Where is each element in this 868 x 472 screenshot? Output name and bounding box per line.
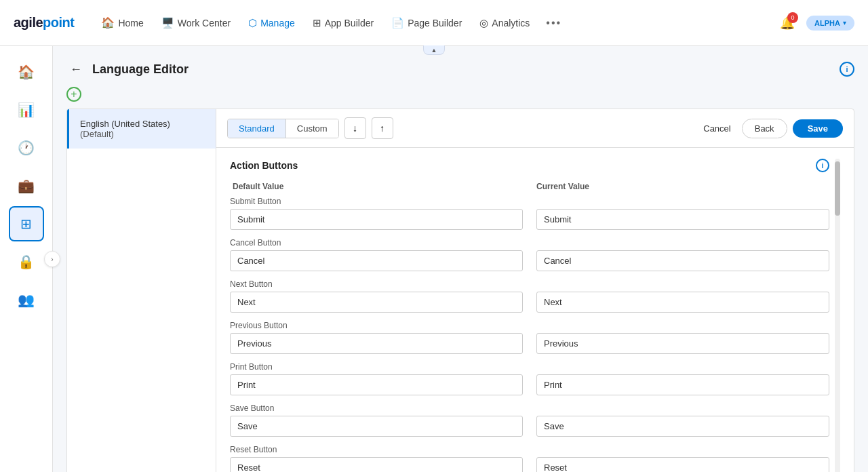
back-arrow-icon: ← bbox=[70, 62, 82, 77]
form-content: Action Buttons i Default Value Current V… bbox=[216, 148, 854, 472]
row-label: Previous Button bbox=[230, 321, 829, 330]
home-icon: 🏠 bbox=[101, 16, 115, 29]
user-label: ALPHA bbox=[814, 19, 840, 27]
language-item[interactable]: English (United States) (Default) bbox=[67, 109, 216, 149]
back-button[interactable]: ← bbox=[66, 60, 85, 79]
user-button[interactable]: ALPHA ▾ bbox=[806, 16, 854, 31]
input-default-1[interactable] bbox=[230, 250, 523, 271]
input-default-3[interactable] bbox=[230, 333, 523, 354]
content-area: ← Language Editor i + English (United St… bbox=[53, 46, 868, 472]
input-current-6[interactable] bbox=[536, 457, 829, 472]
form-row: Cancel Button bbox=[230, 238, 829, 271]
home-sidebar-icon: 🏠 bbox=[18, 64, 35, 80]
nav-pagebuilder-label: Page Builder bbox=[408, 18, 462, 28]
sidebar-item-work[interactable]: 💼 bbox=[9, 168, 44, 203]
input-default-2[interactable] bbox=[230, 292, 523, 313]
input-current-0[interactable] bbox=[536, 209, 829, 230]
row-inputs bbox=[230, 250, 829, 271]
logo[interactable]: agilepoint bbox=[14, 15, 74, 31]
page-header-left: ← Language Editor bbox=[66, 60, 189, 79]
form-row: Previous Button bbox=[230, 321, 829, 354]
left-sidebar: 🏠 📊 🕐 💼 ⊞ 🔒 👥 › bbox=[0, 46, 53, 472]
sidebar-item-apps[interactable]: ⊞ bbox=[9, 206, 44, 241]
sidebar-item-analytics[interactable]: 📊 bbox=[9, 92, 44, 127]
input-default-4[interactable] bbox=[230, 374, 523, 395]
more-icon: ••• bbox=[546, 17, 561, 28]
nav-item-workcenter[interactable]: 🖥️ Work Center bbox=[153, 12, 239, 35]
form-rows: Submit ButtonCancel ButtonNext ButtonPre… bbox=[230, 197, 829, 472]
row-inputs bbox=[230, 209, 829, 230]
save-button[interactable]: Save bbox=[793, 119, 843, 138]
row-inputs bbox=[230, 292, 829, 313]
nav-item-appbuilder[interactable]: ⊞ App Builder bbox=[304, 12, 382, 35]
standard-button[interactable]: Standard bbox=[228, 119, 286, 138]
nav-item-home[interactable]: 🏠 Home bbox=[93, 11, 151, 35]
nav-right: 🔔 0 ALPHA ▾ bbox=[775, 11, 854, 35]
collapse-nav-button[interactable]: ▲ bbox=[423, 45, 445, 55]
sidebar-item-users[interactable]: 👥 bbox=[9, 282, 44, 317]
row-inputs bbox=[230, 333, 829, 354]
form-row: Submit Button bbox=[230, 197, 829, 230]
page-header: ← Language Editor i bbox=[66, 60, 854, 79]
language-default-badge: (Default) bbox=[80, 129, 114, 139]
workcenter-icon: 🖥️ bbox=[161, 17, 174, 29]
add-language-button[interactable]: + bbox=[66, 87, 81, 102]
input-default-0[interactable] bbox=[230, 209, 523, 230]
page-title: Language Editor bbox=[92, 62, 189, 77]
nav-item-manage[interactable]: ⬡ Manage bbox=[240, 12, 303, 35]
form-row: Next Button bbox=[230, 279, 829, 313]
row-inputs bbox=[230, 374, 829, 395]
input-current-4[interactable] bbox=[536, 374, 829, 395]
nav-more-button[interactable]: ••• bbox=[539, 12, 568, 35]
upload-button[interactable]: ↑ bbox=[372, 117, 393, 139]
form-row: Print Button bbox=[230, 362, 829, 395]
nav-manage-label: Manage bbox=[260, 18, 295, 28]
nav-item-analytics[interactable]: ◎ Analytics bbox=[471, 12, 538, 35]
input-current-1[interactable] bbox=[536, 250, 829, 271]
cancel-link[interactable]: Cancel bbox=[698, 121, 736, 136]
briefcase-sidebar-icon: 💼 bbox=[18, 178, 35, 194]
sidebar-item-history[interactable]: 🕐 bbox=[9, 130, 44, 165]
analytics-icon: ◎ bbox=[479, 17, 488, 29]
notification-button[interactable]: 🔔 0 bbox=[775, 11, 800, 35]
scrollbar-thumb[interactable] bbox=[835, 161, 840, 216]
input-default-6[interactable] bbox=[230, 457, 523, 472]
download-button[interactable]: ↓ bbox=[344, 117, 366, 139]
scrollbar-track[interactable] bbox=[835, 159, 840, 472]
custom-button[interactable]: Custom bbox=[286, 119, 338, 138]
info-button[interactable]: i bbox=[840, 62, 854, 77]
form-toolbar: Standard Custom ↓ ↑ Cancel bbox=[216, 109, 854, 148]
user-chevron-icon: ▾ bbox=[843, 19, 846, 26]
form-row: Save Button bbox=[230, 404, 829, 437]
download-icon: ↓ bbox=[353, 123, 357, 134]
apps-sidebar-icon: ⊞ bbox=[20, 216, 32, 232]
logo-text: agilepoint bbox=[14, 15, 74, 31]
plus-icon: + bbox=[71, 88, 77, 100]
nav-appbuilder-label: App Builder bbox=[325, 18, 374, 28]
form-main: Action Buttons i Default Value Current V… bbox=[230, 159, 829, 472]
input-current-2[interactable] bbox=[536, 292, 829, 313]
upload-icon: ↑ bbox=[380, 123, 384, 134]
main-panel: English (United States) (Default) Standa… bbox=[66, 109, 854, 472]
input-current-5[interactable] bbox=[536, 416, 829, 437]
view-toggle: Standard Custom bbox=[227, 119, 339, 138]
sidebar-item-security[interactable]: 🔒 bbox=[9, 244, 44, 279]
chevron-up-icon: ▲ bbox=[431, 47, 437, 54]
row-label: Reset Button bbox=[230, 445, 829, 454]
row-label: Submit Button bbox=[230, 197, 829, 206]
top-nav: agilepoint 🏠 Home 🖥️ Work Center ⬡ Manag… bbox=[0, 0, 868, 46]
col-header-default: Default Value bbox=[233, 182, 523, 191]
column-headers: Default Value Current Value bbox=[230, 182, 829, 191]
sidebar-item-home[interactable]: 🏠 bbox=[9, 54, 44, 90]
section-info-button[interactable]: i bbox=[816, 159, 829, 172]
nav-home-label: Home bbox=[118, 18, 143, 28]
input-current-3[interactable] bbox=[536, 333, 829, 354]
nav-item-pagebuilder[interactable]: 📄 Page Builder bbox=[383, 12, 470, 35]
sidebar-expand-button[interactable]: › bbox=[44, 251, 60, 267]
back-outline-button[interactable]: Back bbox=[742, 119, 787, 138]
form-area: Standard Custom ↓ ↑ Cancel bbox=[216, 109, 854, 472]
clock-sidebar-icon: 🕐 bbox=[18, 140, 35, 156]
input-default-5[interactable] bbox=[230, 416, 523, 437]
nav-analytics-label: Analytics bbox=[492, 18, 530, 28]
appbuilder-icon: ⊞ bbox=[313, 17, 321, 29]
